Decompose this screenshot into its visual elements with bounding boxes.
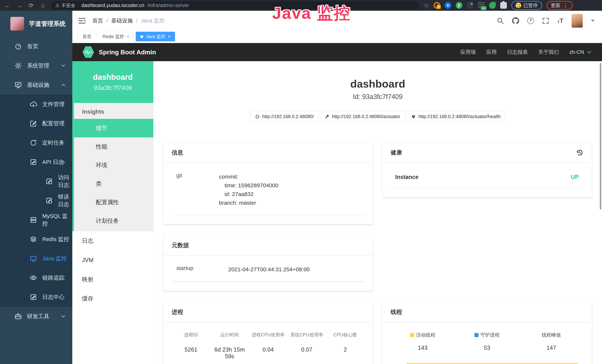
header-actions xyxy=(497,14,595,28)
grid-extension-icon[interactable] xyxy=(467,2,473,9)
process-card: 进程 进程ID 运行时间 进程CPU使用率 系统CPU使用率 CPU核心数 xyxy=(163,302,373,364)
window-scrollbar[interactable] xyxy=(600,63,601,210)
process-values: 5261 6d 23h 15m 59s 0.04 0.07 2 xyxy=(172,346,365,360)
instance-header[interactable]: dashboard 93a3fc7f7409 xyxy=(72,61,153,103)
instance-id-line: Id: 93a3fc7f7409 xyxy=(153,93,602,101)
menu-item-logs[interactable]: 日志 xyxy=(72,231,153,250)
breadcrumb-item[interactable]: 首页 xyxy=(92,17,103,24)
github-icon[interactable] xyxy=(512,17,519,24)
eye-icon xyxy=(30,274,37,281)
sidebar-item-scheduled-jobs[interactable]: 定时任务 xyxy=(0,133,72,152)
info-card: 信息 git commit: time: 1596289704000 id: 2… xyxy=(163,143,373,224)
breadcrumb-item[interactable]: 基础设施 xyxy=(111,17,133,24)
menu-item-jvm[interactable]: JVM xyxy=(72,250,153,270)
menu-item-caches[interactable]: 缓存 xyxy=(72,289,153,308)
tab-label: Redis 监控 xyxy=(103,33,124,40)
sidebar-item-redis-monitor[interactable]: Redis 监控 xyxy=(0,230,72,249)
search-icon[interactable] xyxy=(497,17,504,24)
menu-item-metrics[interactable]: 性能 xyxy=(74,137,153,156)
process-headers: 进程ID 运行时间 进程CPU使用率 系统CPU使用率 CPU核心数 xyxy=(172,332,365,338)
health-url-link[interactable]: http://192.168.0.2:48080/actuator/health xyxy=(406,111,505,122)
sidebar-item-label: Java 监控 xyxy=(42,255,67,262)
info-row-git: git commit: time: 1596289704000 id: 27aa… xyxy=(172,172,365,215)
menu-item-scheduled-tasks[interactable]: 计划任务 xyxy=(74,212,153,230)
sidebar-item-home[interactable]: 首页 xyxy=(0,37,72,56)
sba-brand[interactable]: Spring Boot Admin xyxy=(99,49,156,56)
puzzle-extensions-icon[interactable] xyxy=(500,2,507,9)
on-badge: on xyxy=(481,6,486,10)
leaf-extension-icon[interactable] xyxy=(489,2,496,9)
nav-applications[interactable]: 应用 xyxy=(486,49,497,56)
history-icon[interactable] xyxy=(576,149,583,156)
user-avatar[interactable] xyxy=(572,14,583,28)
breadcrumb-separator: / xyxy=(136,18,138,24)
reload-icon[interactable]: ⟳ xyxy=(27,2,35,8)
sidebar-item-access-log[interactable]: 访问日志 xyxy=(0,172,72,191)
edit-icon xyxy=(30,120,37,127)
close-icon[interactable]: × xyxy=(127,34,129,39)
log-edit-icon xyxy=(45,178,53,185)
font-size-icon[interactable] xyxy=(557,17,563,24)
sidebar-item-file-manage[interactable]: 文件管理 xyxy=(0,95,72,114)
not-secure-label[interactable]: 不安全 xyxy=(55,2,75,9)
nav-journal[interactable]: 日志报表 xyxy=(507,49,528,56)
back-icon[interactable]: ← xyxy=(4,2,11,8)
sidebar-item-config-manage[interactable]: 配置管理 xyxy=(0,114,72,133)
sidebar-item-mysql-monitor[interactable]: MySQL 监控 xyxy=(0,210,72,230)
home-icon xyxy=(255,114,260,119)
cards-grid: 信息 git commit: time: 1596289704000 id: 2… xyxy=(163,143,592,364)
row-label: Instance xyxy=(395,174,419,181)
sba-instance-menu: dashboard 93a3fc7f7409 Insights 细节 性能 环境… xyxy=(72,61,153,364)
switch-extension-icon[interactable]: on xyxy=(478,2,485,9)
home-icon[interactable]: ⌂ xyxy=(39,2,47,8)
actuator-url-link[interactable]: http://192.168.0.2:48080/actuator xyxy=(320,111,405,122)
bookmark-star-icon[interactable]: ☆ xyxy=(424,2,429,9)
sidebar-item-dev-tools[interactable]: 研发工具 xyxy=(0,307,72,326)
extension-icon[interactable]: 1 xyxy=(433,2,440,9)
monitor-chart-icon xyxy=(14,81,22,89)
fullscreen-icon[interactable] xyxy=(542,17,549,24)
instance-name: dashboard xyxy=(93,73,133,82)
service-url-link[interactable]: http://192.168.0.2:48080/ xyxy=(250,111,319,122)
sidebar-submenu: 文件管理 配置管理 定时任务 API 日志 访问日志 xyxy=(0,95,72,307)
yellow-swatch xyxy=(410,333,414,337)
sidebar-item-error-log[interactable]: 错误日志 xyxy=(0,191,72,210)
sidebar-item-label: 研发工具 xyxy=(27,313,49,320)
app-logo[interactable]: 芋道管理系统 xyxy=(0,11,72,37)
pin-extension-icon[interactable] xyxy=(445,2,451,9)
menu-item-mappings[interactable]: 映射 xyxy=(72,270,153,289)
help-icon[interactable] xyxy=(527,17,534,24)
menu-item-details[interactable]: 细节 xyxy=(74,119,153,137)
hamburger-icon[interactable] xyxy=(78,17,86,25)
sba-logo-icon xyxy=(83,46,94,58)
card-title: 健康 xyxy=(391,149,402,157)
tab-label: 首页 xyxy=(83,33,91,40)
tab-redis-monitor[interactable]: Redis 监控 × xyxy=(98,32,134,41)
sidebar-item-infrastructure[interactable]: 基础设施 xyxy=(0,75,72,95)
paused-profile-badge[interactable]: 已暂停 xyxy=(511,1,542,10)
sidebar-item-api-log[interactable]: API 日志 xyxy=(0,152,72,172)
menu-item-environment[interactable]: 环境 xyxy=(74,156,153,174)
sidebar-item-system[interactable]: 系统管理 xyxy=(0,56,72,75)
sidebar-item-log-center[interactable]: 日志中心 xyxy=(0,288,72,307)
nav-about[interactable]: 关于我们 xyxy=(538,49,559,56)
tab-home[interactable]: 首页 xyxy=(78,32,96,41)
update-label: 更新 xyxy=(551,2,560,9)
row-label: git xyxy=(176,172,219,207)
tab-java-monitor[interactable]: Java 监控 × xyxy=(136,32,175,41)
sidebar-item-tracing[interactable]: 链路追踪 xyxy=(0,268,72,288)
menu-item-config-props[interactable]: 配置属性 xyxy=(74,193,153,212)
url-bar[interactable]: 不安全 dashboard.yudao.iocoder.cn /infra/ad… xyxy=(51,1,419,10)
forward-icon[interactable]: → xyxy=(16,2,23,8)
menu-item-classes[interactable]: 类 xyxy=(74,174,153,193)
card-title: 信息 xyxy=(172,149,183,157)
nav-applications-wall[interactable]: 应用墙 xyxy=(460,49,476,56)
briefcase-icon xyxy=(14,313,22,320)
update-button[interactable]: 更新 ⋮ xyxy=(547,1,573,10)
close-icon[interactable]: × xyxy=(168,34,170,39)
locale-select[interactable]: zh-CN xyxy=(569,49,592,55)
y-extension-icon[interactable] xyxy=(456,2,462,9)
browser-menu-icon[interactable]: ⋮ xyxy=(563,2,569,9)
caret-down-icon[interactable] xyxy=(591,20,595,22)
sidebar-item-java-monitor[interactable]: Java 监控 xyxy=(0,249,72,268)
